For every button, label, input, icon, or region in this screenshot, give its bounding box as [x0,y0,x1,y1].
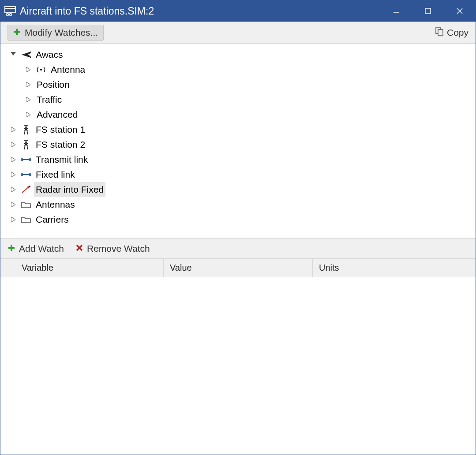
link-icon [20,170,32,179]
expand-icon[interactable] [9,216,17,224]
window-title: Aircraft into FS stations.SIM:2 [20,5,380,17]
svg-rect-0 [5,7,15,13]
tree-node-fixed-link[interactable]: Fixed link [3,167,473,182]
column-header-label: Units [319,263,339,273]
svg-point-3 [10,14,12,16]
plus-icon [7,243,15,254]
expand-icon[interactable] [24,66,32,74]
tree-node-label: FS station 1 [34,122,87,137]
copy-label: Copy [447,27,469,38]
tree-node-label: Radar into Fixed [34,182,105,197]
tree-node-traffic[interactable]: Traffic [3,92,473,107]
tree-node-label: FS station 2 [34,137,87,152]
tree-node-awacs[interactable]: Awacs [3,47,473,62]
svg-line-39 [22,187,29,193]
add-watch-label: Add Watch [19,243,64,254]
expand-icon[interactable] [24,81,32,89]
svg-marker-15 [26,82,30,87]
tree-node-label: Traffic [35,92,64,107]
plus-icon [13,27,21,38]
tree-node-label: Position [35,77,71,92]
tree-node-carriers[interactable]: Carriers [3,212,473,227]
svg-marker-24 [11,142,15,147]
tree-node-label: Transmit link [34,152,90,167]
tree-panel[interactable]: Awacs Antenna Position [0,44,476,239]
app-icon [4,5,16,17]
tree-node-label: Awacs [34,47,64,62]
expand-icon[interactable] [9,186,17,194]
modify-watches-button[interactable]: Modify Watches... [7,25,104,41]
tree-node-radar-into-fixed[interactable]: Radar into Fixed [3,182,473,197]
main-toolbar: Modify Watches... Copy [0,22,476,44]
tree-node-label: Antennas [34,197,77,212]
tree-node-label: Advanced [35,107,79,122]
tree-node-fs-station-2[interactable]: FS station 2 [3,137,473,152]
svg-marker-42 [11,202,15,207]
modify-watches-label: Modify Watches... [25,27,98,38]
svg-marker-38 [11,187,15,192]
svg-marker-43 [11,217,15,222]
svg-rect-11 [438,30,443,35]
expand-icon[interactable] [9,171,17,179]
tower-icon [20,125,32,134]
tree-node-antenna[interactable]: Antenna [3,62,473,77]
svg-marker-13 [26,67,30,72]
remove-watch-button[interactable]: Remove Watch [75,243,150,254]
watch-table-body[interactable] [0,277,476,455]
tree-node-transmit-link[interactable]: Transmit link [3,152,473,167]
tree-node-position[interactable]: Position [3,77,473,92]
add-watch-button[interactable]: Add Watch [7,243,64,254]
column-header-units[interactable]: Units [313,259,476,277]
svg-marker-12 [11,52,16,56]
svg-marker-34 [11,172,15,177]
folder-icon [20,215,32,224]
svg-point-14 [40,69,42,71]
svg-marker-18 [11,127,15,132]
remove-icon [75,243,83,254]
aircraft-icon [20,50,32,60]
column-header-label: Value [170,263,192,273]
watch-toolbar: Add Watch Remove Watch [0,239,476,259]
tree-node-antennas[interactable]: Antennas [3,197,473,212]
copy-icon [435,26,444,38]
expand-icon[interactable] [9,126,17,134]
minimize-icon [393,8,399,14]
link-icon [20,155,32,164]
expand-icon[interactable] [24,96,32,104]
minimize-button[interactable] [380,0,412,22]
svg-rect-5 [425,8,431,14]
title-bar: Aircraft into FS stations.SIM:2 [0,0,476,22]
column-header-label: Variable [22,263,53,273]
tree-node-label: Fixed link [34,167,77,182]
expand-icon[interactable] [9,141,17,149]
radar-icon [20,185,32,194]
expand-icon[interactable] [9,156,17,164]
window-controls [380,0,476,22]
svg-marker-17 [26,112,30,117]
column-header-value[interactable]: Value [164,259,313,277]
svg-marker-16 [26,97,30,102]
svg-marker-30 [11,157,15,162]
maximize-button[interactable] [412,0,444,22]
collapse-icon[interactable] [9,51,17,59]
copy-button[interactable]: Copy [433,26,470,38]
expand-icon[interactable] [24,111,32,119]
svg-point-2 [7,14,9,16]
folder-icon [20,200,32,209]
svg-point-41 [29,186,30,187]
antenna-icon [35,65,47,75]
close-icon [457,8,463,14]
app-window: Aircraft into FS stations.SIM:2 [0,0,476,455]
expand-icon[interactable] [9,201,17,209]
tree-node-label: Carriers [34,212,71,227]
tree-node-fs-station-1[interactable]: FS station 1 [3,122,473,137]
tower-icon [20,140,32,149]
watch-table-header: Variable Value Units [0,259,476,277]
remove-watch-label: Remove Watch [87,243,150,254]
maximize-icon [425,8,431,14]
tree-node-advanced[interactable]: Advanced [3,107,473,122]
column-header-variable[interactable]: Variable [0,259,164,277]
close-button[interactable] [444,0,476,22]
tree-node-label: Antenna [49,62,87,77]
